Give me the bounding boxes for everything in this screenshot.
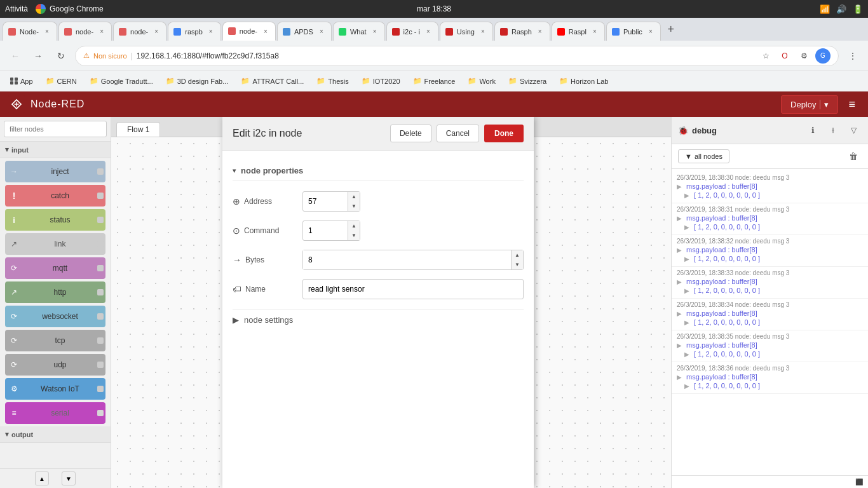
palette-node-mqtt[interactable]: ⟳ mqtt bbox=[5, 257, 105, 279]
opera-icon-button[interactable]: O bbox=[777, 48, 792, 64]
command-spin-up[interactable]: ▲ bbox=[348, 221, 360, 231]
bookmark-horizon-lab[interactable]: 📁 Horizon Lab bbox=[554, 75, 613, 87]
forward-button[interactable]: → bbox=[29, 47, 47, 65]
debug-info-button[interactable]: ℹ bbox=[804, 122, 821, 139]
debug-msg-3-payload-toggle[interactable]: ▶ msg.payload : buffer[8] bbox=[677, 246, 863, 254]
tab-6-close[interactable]: × bbox=[317, 27, 326, 36]
debug-msg-7-payload-toggle[interactable]: ▶ msg.payload : buffer[8] bbox=[677, 373, 863, 381]
tab-3-close[interactable]: × bbox=[152, 27, 161, 36]
command-input[interactable] bbox=[303, 221, 348, 240]
palette-node-tcp[interactable]: ⟳ tcp bbox=[5, 330, 105, 351]
tab-5-close[interactable]: × bbox=[261, 27, 270, 36]
bytes-spin-down[interactable]: ▼ bbox=[512, 260, 523, 269]
debug-msg-3-header: 26/3/2019, 18:38:32 node: deedu msg 3 bbox=[677, 238, 863, 245]
bookmark-svizzera[interactable]: 📁 Svizzera bbox=[503, 75, 552, 87]
palette-node-link[interactable]: ↗ link bbox=[5, 233, 105, 255]
debug-msg-4-payload-toggle[interactable]: ▶ msg.payload : buffer[8] bbox=[677, 278, 863, 285]
palette-node-serial[interactable]: ≡ serial bbox=[5, 402, 105, 424]
palette-section-input[interactable]: ▾ input bbox=[0, 142, 111, 158]
debug-msg-2-payload-toggle[interactable]: ▶ msg.payload : buffer[8] bbox=[677, 214, 863, 222]
palette-node-status[interactable]: i status bbox=[5, 209, 105, 231]
reload-button[interactable]: ↻ bbox=[52, 47, 70, 65]
new-tab-button[interactable]: + bbox=[662, 20, 680, 38]
palette-section-output[interactable]: ▾ output bbox=[0, 426, 111, 443]
node-settings-toggle[interactable]: ▶ node settings bbox=[233, 309, 524, 330]
tab-3[interactable]: node- × bbox=[113, 22, 166, 41]
debug-msg-5-payload-toggle[interactable]: ▶ msg.payload : buffer[8] bbox=[677, 309, 863, 317]
deploy-button[interactable]: Deploy ▾ bbox=[781, 95, 838, 114]
palette-node-watson[interactable]: ⚙ Watson IoT bbox=[5, 378, 105, 400]
bookmark-star-button[interactable]: ☆ bbox=[758, 48, 773, 64]
tab-1[interactable]: Node- × bbox=[3, 22, 57, 41]
tab-7-close[interactable]: × bbox=[370, 27, 379, 36]
tab-6[interactable]: APDS × bbox=[277, 22, 332, 41]
command-spin-down[interactable]: ▼ bbox=[348, 231, 360, 240]
palette-scroll-up[interactable]: ▲ bbox=[35, 471, 49, 485]
expand-icon-2b: ▶ bbox=[684, 224, 689, 231]
bookmark-cern[interactable]: 📁 CERN bbox=[41, 75, 82, 87]
palette-node-udp[interactable]: ⟳ udp bbox=[5, 354, 105, 376]
more-options-button[interactable]: ⋮ bbox=[844, 47, 862, 65]
tab-9[interactable]: Using × bbox=[440, 22, 493, 41]
bytes-input[interactable] bbox=[303, 250, 511, 269]
address-spin-up[interactable]: ▲ bbox=[348, 192, 360, 201]
profile-avatar[interactable]: G bbox=[815, 48, 831, 64]
flow-tab-1[interactable]: Flow 1 bbox=[116, 122, 160, 137]
tab-2[interactable]: node- × bbox=[58, 22, 112, 41]
tab-5[interactable]: node- × bbox=[222, 22, 276, 41]
debug-expand-button[interactable]: ▽ bbox=[845, 122, 862, 139]
tab-4[interactable]: raspb × bbox=[168, 22, 221, 41]
all-nodes-filter-button[interactable]: ▼ all nodes bbox=[678, 149, 729, 163]
bookmark-app[interactable]: App bbox=[5, 76, 38, 87]
address-input[interactable] bbox=[303, 192, 348, 211]
done-button[interactable]: Done bbox=[484, 125, 524, 142]
address-spin-down[interactable]: ▼ bbox=[348, 201, 360, 211]
bookmark-attract[interactable]: 📁 ATTRACT Call... bbox=[236, 75, 309, 87]
url-bar[interactable]: ⚠ Non sicuro | 192.168.1.46:1880/#flow/f… bbox=[75, 46, 839, 66]
back-button[interactable]: ← bbox=[6, 47, 24, 65]
palette-scroll-down[interactable]: ▼ bbox=[62, 471, 76, 485]
bookmark-freelance[interactable]: 📁 Freelance bbox=[408, 75, 461, 87]
tab-10-close[interactable]: × bbox=[536, 27, 545, 36]
bookmark-google-translate[interactable]: 📁 Google Tradutt... bbox=[85, 75, 158, 87]
expand-icon-1b: ▶ bbox=[684, 192, 689, 199]
bytes-spinner: ▲ ▼ bbox=[302, 250, 524, 270]
debug-tree-button[interactable]: ⫲ bbox=[825, 122, 841, 139]
settings-icon-button[interactable]: ⚙ bbox=[796, 48, 811, 64]
tab-12-close[interactable]: × bbox=[646, 27, 655, 36]
debug-msg-1-payload-toggle[interactable]: ▶ msg.payload : buffer[8] bbox=[677, 182, 863, 190]
hamburger-menu-button[interactable]: ≡ bbox=[843, 95, 860, 114]
tab-4-close[interactable]: × bbox=[207, 27, 215, 36]
tab-2-close[interactable]: × bbox=[97, 27, 106, 36]
cancel-button[interactable]: Cancel bbox=[437, 125, 479, 142]
palette-node-http[interactable]: ↗ http bbox=[5, 281, 105, 303]
tab-11-label: Raspl bbox=[569, 28, 587, 36]
tab-12[interactable]: Public × bbox=[606, 22, 661, 41]
name-input[interactable] bbox=[302, 279, 524, 299]
bookmark-3d-design[interactable]: 📁 3D design Fab... bbox=[161, 75, 234, 87]
taskbar-chrome[interactable]: Google Chrome bbox=[36, 4, 104, 14]
palette-nodes-list: ▾ input → inject ! catch bbox=[0, 142, 111, 468]
palette-node-websocket[interactable]: ⟳ websocket bbox=[5, 306, 105, 327]
bookmark-work[interactable]: 📁 Work bbox=[463, 75, 500, 87]
tab-8[interactable]: i2c - i × bbox=[386, 22, 438, 41]
delete-button[interactable]: Delete bbox=[390, 125, 431, 142]
tab-7[interactable]: What × bbox=[333, 22, 385, 41]
debug-msg-1-timestamp: 26/3/2019, 18:38:30 bbox=[677, 174, 733, 181]
tab-12-favicon bbox=[612, 28, 620, 36]
debug-msg-6-payload-toggle[interactable]: ▶ msg.payload : buffer[8] bbox=[677, 341, 863, 349]
tab-10[interactable]: Rasph × bbox=[494, 22, 550, 41]
palette-node-inject[interactable]: → inject bbox=[5, 161, 105, 182]
tab-1-close[interactable]: × bbox=[43, 27, 51, 36]
bookmark-thesis[interactable]: 📁 Thesis bbox=[311, 75, 353, 87]
palette-search-input[interactable] bbox=[4, 121, 107, 137]
bytes-spin-up[interactable]: ▲ bbox=[512, 250, 523, 260]
node-properties-toggle[interactable]: ▾ node properties bbox=[233, 161, 524, 181]
tab-9-close[interactable]: × bbox=[478, 27, 487, 36]
bookmark-iot2020[interactable]: 📁 IOT2020 bbox=[356, 75, 405, 87]
palette-node-catch[interactable]: ! catch bbox=[5, 185, 105, 207]
tab-8-close[interactable]: × bbox=[424, 27, 433, 36]
clear-debug-button[interactable]: 🗑 bbox=[845, 148, 862, 165]
tab-11-close[interactable]: × bbox=[590, 27, 599, 36]
tab-11[interactable]: Raspl × bbox=[552, 22, 605, 41]
